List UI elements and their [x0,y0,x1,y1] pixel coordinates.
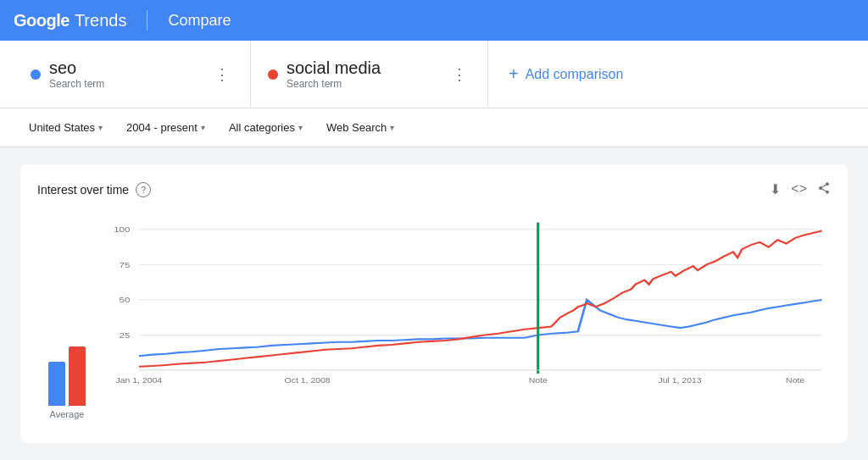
help-icon[interactable]: ? [136,182,151,197]
logo-area: Google Trends [14,11,126,30]
seo-menu-button[interactable]: ⋮ [211,62,233,87]
time-filter[interactable]: 2004 - present ▾ [118,116,214,139]
svg-text:Oct 1, 2008: Oct 1, 2008 [285,376,331,385]
avg-bar-seo [48,362,65,406]
chart-card: Interest over time ? ⬇ <> Average [20,164,848,443]
time-filter-label: 2004 - present [126,121,198,134]
share-button[interactable] [817,181,831,198]
avg-bar-social [69,346,86,406]
social-media-dot [268,69,278,80]
svg-text:Jan 1, 2004: Jan 1, 2004 [116,376,163,385]
page-title: Compare [168,12,231,30]
seo-term-name: seo [49,58,203,78]
seo-term-info: seo Search term [49,58,203,90]
chart-actions: ⬇ <> [770,181,831,198]
svg-text:25: 25 [120,331,131,340]
time-chevron-icon: ▾ [201,123,205,132]
embed-button[interactable]: <> [791,181,807,198]
trends-logo: Trends [75,11,127,30]
filters-bar: United States ▾ 2004 - present ▾ All cat… [0,108,868,147]
categories-filter-label: All categories [229,121,295,134]
region-filter[interactable]: United States ▾ [20,116,111,139]
search-type-chevron-icon: ▾ [390,123,394,132]
svg-text:50: 50 [120,296,131,304]
chart-title: Interest over time [37,183,129,197]
svg-text:75: 75 [120,261,131,269]
region-chevron-icon: ▾ [98,123,103,132]
chart-header: Interest over time ? ⬇ <> [37,181,831,198]
social-media-term-name: social media [287,58,440,78]
avg-label: Average [50,409,85,419]
chart-svg-wrap: 100 75 50 25 Jan 1, 2004 Oct 1, 2008 [103,208,831,419]
chart-title-area: Interest over time ? [37,182,151,197]
add-icon: + [509,64,519,84]
search-term-social-media: social media Search term ⋮ [251,41,488,108]
header-divider [147,10,147,30]
categories-filter[interactable]: All categories ▾ [220,116,311,139]
search-term-seo: seo Search term ⋮ [14,41,251,108]
seo-dot [31,69,41,80]
main-content: Interest over time ? ⬇ <> Average [0,147,868,460]
search-bar: seo Search term ⋮ social media Search te… [0,41,868,108]
search-type-filter-label: Web Search [326,121,387,134]
chart-container: Average 100 75 50 25 [37,208,831,419]
social-media-menu-button[interactable]: ⋮ [448,62,470,87]
google-logo: Google [14,11,70,30]
app-header: Google Trends Compare [0,0,868,41]
avg-bars [48,355,86,406]
social-media-term-info: social media Search term [287,58,440,90]
average-box: Average [37,208,97,419]
svg-text:Note: Note [529,376,548,385]
region-filter-label: United States [29,121,95,134]
social-media-term-type: Search term [287,78,440,90]
svg-text:100: 100 [114,225,130,234]
svg-text:Note: Note [786,376,804,385]
trends-chart: 100 75 50 25 Jan 1, 2004 Oct 1, 2008 [103,208,831,419]
seo-term-type: Search term [49,78,203,90]
categories-chevron-icon: ▾ [298,123,303,132]
search-type-filter[interactable]: Web Search ▾ [318,116,403,139]
svg-text:Jul 1, 2013: Jul 1, 2013 [659,376,702,385]
add-comparison-label: Add comparison [526,67,624,82]
add-comparison-button[interactable]: + Add comparison [488,41,643,108]
download-button[interactable]: ⬇ [770,181,781,198]
